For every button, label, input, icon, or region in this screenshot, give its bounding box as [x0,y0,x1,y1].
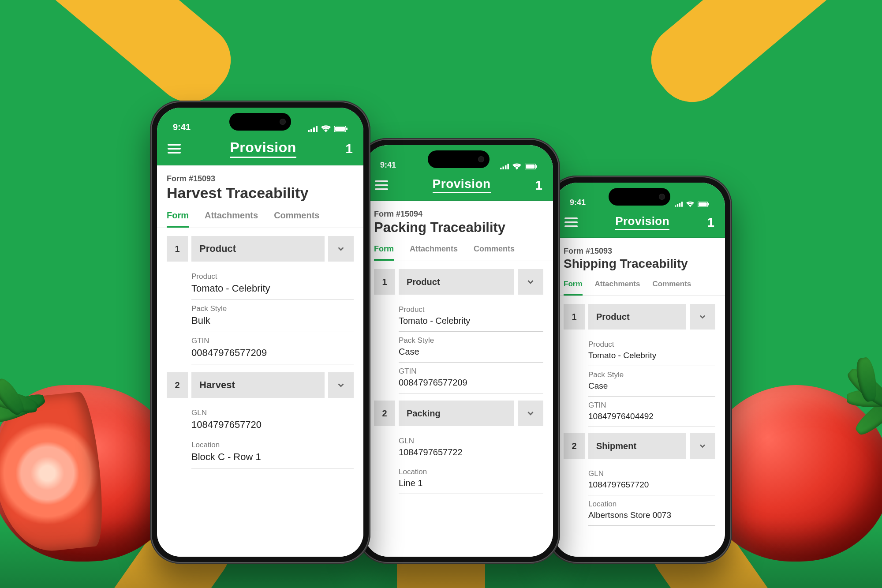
chevron-down-icon[interactable] [328,236,354,262]
tab-attachments[interactable]: Attachments [205,205,258,228]
section-title[interactable]: Product [399,269,514,295]
status-clock: 9:41 [570,198,586,207]
field-label: GTIN [588,401,715,410]
svg-rect-17 [681,202,683,206]
field-product[interactable]: Product Tomato - Celebrity [191,268,354,300]
svg-rect-12 [526,165,534,169]
section-number: 2 [374,401,395,426]
phone-frame: 9:41 Provision 1 Form #15093 Shipping Tr… [547,176,732,564]
field-location[interactable]: Location Albertsons Store 0073 [588,495,715,526]
field-location[interactable]: Location Block C - Row 1 [191,436,354,468]
tab-comments[interactable]: Comments [652,274,691,296]
notification-badge[interactable]: 1 [535,178,542,193]
chevron-down-icon[interactable] [690,433,715,459]
wifi-icon [686,201,694,207]
field-label: GLN [399,437,543,446]
page-header: Form #15094 Packing Traceability [364,201,553,239]
battery-icon [525,164,537,169]
tab-bar: Form Attachments Comments [364,239,553,261]
svg-rect-10 [507,164,509,169]
menu-icon[interactable] [564,217,578,227]
field-value: 1084797657720 [588,480,715,490]
dynamic-island [428,150,490,168]
field-value: Tomato - Celebrity [399,316,543,326]
field-pack-style[interactable]: Pack Style Case [588,366,715,397]
status-clock: 9:41 [173,122,191,132]
field-pack-style[interactable]: Pack Style Bulk [191,300,354,332]
notification-badge[interactable]: 1 [707,215,714,230]
field-value: Block C - Row 1 [191,451,354,463]
field-gtin[interactable]: GTIN 10847976404492 [588,397,715,427]
tab-bar: Form Attachments Comments [157,205,363,228]
notification-badge[interactable]: 1 [345,141,353,156]
app-bar: Provision 1 [364,172,553,201]
field-value: Case [399,347,543,357]
field-label: Pack Style [191,304,354,313]
section-title[interactable]: Product [588,304,686,330]
form-id: Form #15093 [564,247,715,256]
tab-attachments[interactable]: Attachments [595,274,640,296]
field-label: Location [588,500,715,509]
app-title: Provision [433,177,491,193]
section-number: 1 [374,269,395,295]
field-location[interactable]: Location Line 1 [399,463,543,494]
tab-attachments[interactable]: Attachments [410,239,458,261]
chevron-down-icon[interactable] [690,304,715,330]
section-number: 1 [564,304,585,330]
tab-bar: Form Attachments Comments [554,274,725,296]
tab-form[interactable]: Form [564,274,583,296]
tab-comments[interactable]: Comments [274,205,319,228]
field-gtin[interactable]: GTIN 00847976577209 [191,332,354,364]
field-label: Product [191,272,354,281]
wifi-icon [321,125,331,132]
field-gtin[interactable]: GTIN 00847976577209 [399,363,543,393]
tab-form[interactable]: Form [167,205,189,228]
app-bar: Provision 1 [554,210,725,238]
field-gln[interactable]: GLN 1084797657722 [399,432,543,463]
form-content: 1 Product Product Tomato - Celebrity Pac… [554,296,725,557]
section-title[interactable]: Shipment [588,433,686,459]
form-content: 1 Product Product Tomato - Celebrity Pac… [364,261,553,557]
form-id: Form #15094 [374,210,543,219]
field-value: Case [588,381,715,391]
tab-comments[interactable]: Comments [474,239,515,261]
page-title: Harvest Traceability [167,184,354,202]
menu-icon[interactable] [168,144,181,154]
chevron-down-icon[interactable] [518,401,543,426]
field-label: GTIN [191,337,354,345]
app-title: Provision [615,214,669,230]
svg-rect-8 [502,167,504,169]
dynamic-island [229,113,291,131]
svg-rect-1 [310,129,312,132]
field-label: Location [191,441,354,449]
field-gln[interactable]: GLN 1084797657720 [588,465,715,495]
section-title[interactable]: Harvest [191,372,325,398]
field-value: 00847976577209 [191,347,354,359]
field-value: Tomato - Celebrity [191,283,354,294]
page-header: Form #15093 Harvest Traceability [157,165,363,205]
chevron-down-icon[interactable] [518,269,543,295]
svg-rect-3 [316,126,318,132]
field-value: Line 1 [399,478,543,488]
svg-rect-13 [536,165,537,168]
menu-icon[interactable] [375,180,388,190]
section-title[interactable]: Packing [399,401,514,426]
svg-rect-14 [675,205,676,206]
field-value: 10847976404492 [588,412,715,421]
section-title[interactable]: Product [191,236,325,262]
field-product[interactable]: Product Tomato - Celebrity [399,301,543,332]
field-pack-style[interactable]: Pack Style Case [399,332,543,363]
field-label: Product [399,305,543,314]
app-title: Provision [230,139,296,158]
svg-rect-15 [677,204,678,207]
cellular-icon [500,164,509,169]
section-number: 1 [167,236,188,262]
field-product[interactable]: Product Tomato - Celebrity [588,336,715,366]
chevron-down-icon[interactable] [328,372,354,398]
svg-rect-7 [500,168,502,169]
tab-form[interactable]: Form [374,239,394,261]
svg-rect-6 [346,127,348,130]
section-number: 2 [167,372,188,398]
field-value: 1084797657720 [191,419,354,431]
field-gln[interactable]: GLN 1084797657720 [191,404,354,436]
